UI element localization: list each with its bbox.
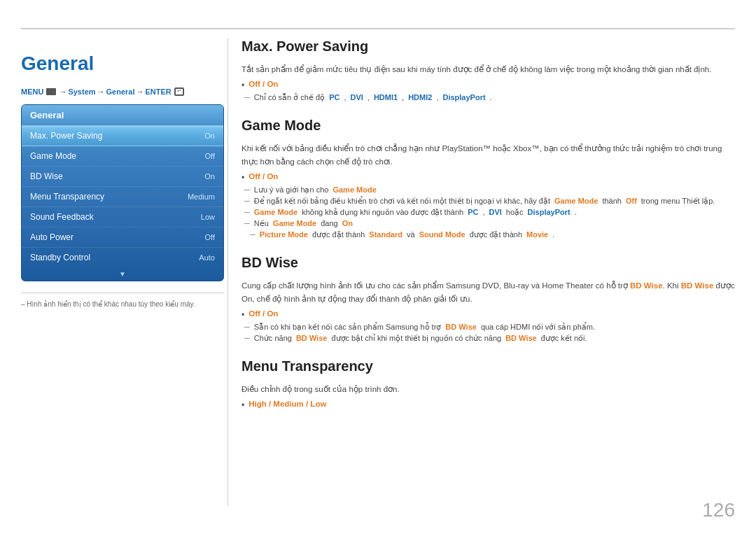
section-title-game-mode: Game Mode [241,118,735,136]
off-on-value: Off / On [248,80,278,88]
menu-item-menu-transparency[interactable]: Menu Transparency Medium [22,187,223,207]
menu-item-value: On [204,172,215,181]
section-bd-wise: BD Wise Cung cấp chất lượng hình ảnh tối… [241,255,735,343]
menu-item-sound-feedback[interactable]: Sound Feedback Low [22,207,223,227]
section-title-max-power-saving: Max. Power Saving [241,38,735,57]
bullet-off-on-power: Off / On [241,80,735,90]
menu-item-label: Menu Transparency [30,192,104,202]
system-link: System [68,87,95,96]
section-desc-max-power-saving: Tắt sản phẩm để giảm mức tiêu thụ điện s… [241,63,735,76]
note-game-mode-note: Lưu ý và giới hạn cho Game Mode [241,185,735,195]
menu-more-arrow[interactable]: ▼ [22,267,223,281]
left-panel: General MENU → System → General → ENTER … [21,38,224,506]
bullet-off-on-bd: Off / On [241,309,735,320]
bullet-high-med-low: High / Medium / Low [241,400,735,410]
menu-item-standby-control[interactable]: Standby Control Auto [22,248,223,267]
enter-icon: ↵ [174,87,184,96]
menu-label: MENU [21,87,43,96]
section-desc-game-mode: Khi kết nối với bảng điều khiển trò chơi… [241,142,735,168]
section-desc-menu-transparency: Điều chỉnh độ trong suốt của hộp trình đ… [241,383,735,395]
section-title-menu-transparency: Menu Transparency [241,358,735,377]
menu-item-value: Low [201,213,215,221]
page-number: 126 [702,499,735,521]
note-game-mode-disconnect: Để ngắt kết nối bảng điều khiển trò chơi… [241,197,735,206]
section-max-power-saving: Max. Power Saving Tắt sản phẩm để giảm m… [241,38,735,102]
section-game-mode: Game Mode Khi kết nối với bảng điều khiể… [241,118,735,239]
menu-item-value: On [204,132,215,140]
menu-item-label: Max. Power Saving [30,131,102,141]
note-bd-wise-func: Chức năng BD Wise được bật chỉ khi một t… [241,334,735,343]
note-game-mode-on: Nếu Game Mode đang On [241,219,735,228]
general-menu: General Max. Power Saving On Game Mode O… [21,104,224,281]
menu-item-value: Off [205,233,215,241]
panel-divider [227,38,228,506]
section-menu-transparency: Menu Transparency Điều chỉnh độ trong su… [241,358,735,410]
menu-item-label: Game Mode [30,151,76,161]
menu-item-label: BD Wise [30,171,63,181]
bullet-off-on-game: Off / On [241,172,735,183]
section-desc-bd-wise: Cung cấp chất lượng hình ảnh tối ưu cho … [241,279,735,305]
note-power-modes: Chỉ có sẵn ở chế độ PC, DVI, HDMI1, HDMI… [241,93,735,102]
left-footer: – Hình ảnh hiển thị có thể khác nhau tùy… [21,293,224,308]
menu-item-game-mode[interactable]: Game Mode Off [22,146,223,167]
enter-label: ENTER [146,87,172,96]
right-panel: Max. Power Saving Tắt sản phẩm để giảm m… [241,38,735,499]
top-border [21,28,735,29]
menu-item-value: Off [205,152,215,160]
menu-path: MENU → System → General → ENTER ↵ [21,87,224,96]
menu-item-bd-wise[interactable]: BD Wise On [22,167,223,187]
menu-item-value: Auto [199,253,215,262]
menu-item-max-power-saving[interactable]: Max. Power Saving On [22,126,223,146]
general-link: General [106,87,135,96]
menu-item-value: Medium [188,192,215,201]
section-title-bd-wise: BD Wise [241,255,735,274]
note-bd-wise-connect: Sẵn có khi bạn kết nối các sản phẩm Sams… [241,323,735,332]
note-game-mode-unavailable: Game Mode không khả dụng khi nguồn vào đ… [241,208,735,217]
menu-item-label: Auto Power [30,232,74,242]
page-title: General [21,52,224,75]
menu-header: General [22,105,223,126]
menu-item-label: Standby Control [30,253,90,262]
menu-item-auto-power[interactable]: Auto Power Off [22,227,223,248]
menu-icon-symbol [46,88,56,95]
note-game-mode-picture: Picture Mode được đặt thành Standard và … [241,230,735,239]
menu-item-label: Sound Feedback [30,212,94,222]
